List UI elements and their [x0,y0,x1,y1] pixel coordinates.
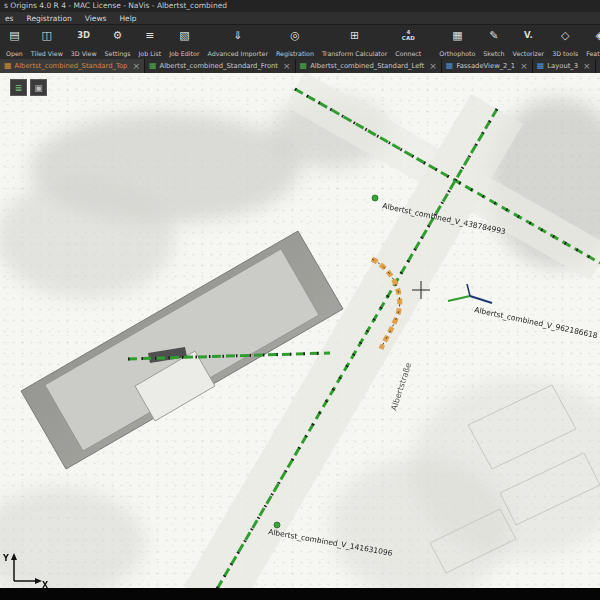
sketch-button[interactable]: ✎ Sketch [479,26,508,59]
cube-3d-icon: 3D [77,28,90,42]
title-bar: s Origins 4.0 R 4 - MAC License - NaVis … [0,0,600,12]
ortho-view-icon: ▦ [4,62,12,70]
job-editor-button[interactable]: ▧ Job Editor [165,26,203,59]
canvas-toolbar: ≣ ▣ [10,79,47,96]
list-icon: ≡ [145,28,154,42]
features-button[interactable]: ◈ Features [582,26,600,59]
orthophoto-button[interactable]: ▦ Orthophoto [435,26,479,59]
open-button[interactable]: ▤ Open [2,26,27,59]
scan-marker-962186618[interactable]: Albertst_combined_V_962186618 [448,284,599,340]
tab-og[interactable]: ▦ OG [596,59,600,73]
import-arrow-icon: ⇓ [233,28,242,42]
tab-layout-3[interactable]: ▦ Layout_3 × [533,59,596,73]
tab-standard-front[interactable]: ▦ Albertst_combined_Standard_Front × [145,59,296,73]
vectorizer-icon: V. [524,28,533,42]
x-axis-label: X [42,581,49,588]
facade-view-icon: ▦ [446,62,454,70]
features-icon: ◈ [596,28,600,42]
menu-item-views[interactable]: Views [85,14,107,23]
street-name-label: Albertstraße [389,362,413,412]
job-list-button[interactable]: ≡ Job List [134,26,165,59]
y-axis-label: Y [2,554,9,563]
cad-icon: 4 CAD [402,28,415,42]
window-title: s Origins 4.0 R 4 - MAC License - NaVis … [4,1,227,10]
vectorizer-button[interactable]: V. Vectorizer [509,26,549,59]
3d-view-button[interactable]: 3D 3D View [67,26,101,59]
pointcloud-map: Albertst_combined_V_438784993 Albertst_c… [0,73,600,588]
layers-button[interactable]: ≣ [10,79,27,96]
edit-icon: ▧ [179,28,189,42]
tab-standard-left[interactable]: ▦ Albertst_combined_Standard_Left × [296,59,442,73]
pointcloud-texture [0,98,600,588]
ortho-view-icon: ▦ [300,62,308,70]
close-icon[interactable]: × [581,62,591,71]
scan-marker-label: Albertst_combined_V_962186618 [474,305,599,340]
tab-fassadeview[interactable]: ▦ FassadeView_2_1 × [442,59,533,73]
menu-bar: es Registration Views Help [0,12,600,25]
views-button[interactable]: ▣ [30,79,47,96]
pencil-icon: ✎ [489,28,498,42]
advanced-importer-button[interactable]: ⇓ Advanced Importer [204,26,272,59]
transform-calculator-button[interactable]: ⊞ Transform Calculator [318,26,391,59]
orthophoto-icon: ▦ [452,28,462,42]
main-toolbar: ▤ Open ◫ Tiled View 3D 3D View ⚙ Setting… [0,25,600,61]
tiled-view-icon: ◫ [42,28,52,42]
gear-icon: ⚙ [113,28,123,42]
menu-item-registration[interactable]: Registration [27,14,72,23]
tools-3d-icon: ◇ [561,28,569,42]
close-icon[interactable]: × [281,62,291,71]
close-icon[interactable]: × [130,62,140,71]
view-tab-bar: ▦ Albertst_combined_Standard_Top × ▦ Alb… [0,59,600,73]
connect-button[interactable]: 4 CAD Connect [391,26,425,59]
ortho-view-icon: ▦ [149,62,157,70]
tab-standard-top[interactable]: ▦ Albertst_combined_Standard_Top × [0,59,145,73]
settings-button[interactable]: ⚙ Settings [101,26,135,59]
menu-item-files[interactable]: es [5,14,14,23]
bottom-bar [0,588,600,600]
layout-view-icon: ▦ [537,62,545,70]
registration-button[interactable]: ◎ Registration [272,26,318,59]
close-icon[interactable]: × [427,62,437,71]
calculator-icon: ⊞ [350,28,359,42]
menu-item-help[interactable]: Help [119,14,136,23]
orthophoto-viewport[interactable]: ≣ ▣ [0,73,600,588]
folder-icon: ▤ [9,28,19,42]
target-icon: ◎ [290,28,300,42]
tiled-view-button[interactable]: ◫ Tiled View [27,26,67,59]
3d-tools-button[interactable]: ◇ 3D tools [548,26,582,59]
close-icon[interactable]: × [518,62,528,71]
